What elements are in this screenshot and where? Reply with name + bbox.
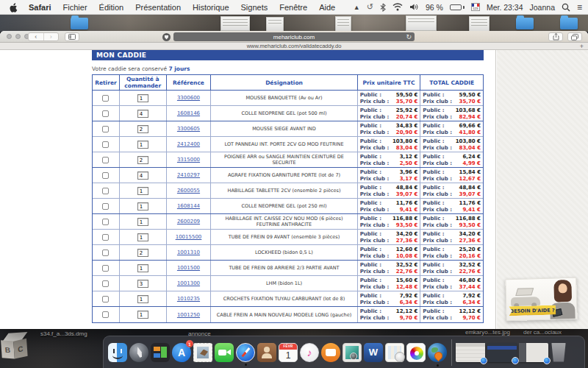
calendar-icon[interactable]: FÉVR1 [279,343,298,362]
back-button[interactable]: ‹ [29,33,43,40]
quantity-input[interactable]: 3 [137,280,148,288]
desktop-file-label[interactable]: s34.f_a...3ds.dmg [40,330,87,337]
reference-link[interactable]: 2410297 [177,172,200,178]
maps-icon[interactable] [385,343,404,362]
reference-link[interactable]: 2600209 [177,219,200,224]
menu-historique[interactable]: Historique [187,3,235,12]
remove-checkbox[interactable] [102,110,109,117]
quantity-input[interactable]: 1 [137,264,148,272]
folder-icon[interactable] [71,18,88,29]
reference-link[interactable]: 3315000 [177,157,200,163]
photos-icon[interactable] [406,343,426,362]
launchpad-icon[interactable] [129,343,148,362]
reference-link[interactable]: 1001250 [177,312,200,318]
menu-fichier[interactable]: Fichier [57,3,93,12]
quantity-input[interactable]: 1 [137,218,148,226]
remove-checkbox[interactable] [102,188,109,194]
forward-button[interactable]: › [43,33,59,40]
remove-checkbox[interactable] [102,219,109,225]
bluetooth-icon[interactable] [380,3,386,12]
address-bar[interactable]: mehariclub.com ↻ [173,32,415,41]
remove-checkbox[interactable] [102,172,109,179]
menubar-user[interactable]: Joanna [530,3,555,12]
remove-checkbox[interactable] [102,234,109,241]
sidebar-button[interactable] [65,32,79,41]
document-icon[interactable] [406,15,437,31]
menu-présentation[interactable]: Présentation [129,3,187,12]
menu-safari[interactable]: Safari [23,3,57,12]
menu-fenêtre[interactable]: Fenêtre [273,3,313,12]
document-icon[interactable] [469,16,490,32]
reference-link[interactable]: 1608146 [177,110,200,116]
mail-icon[interactable] [193,343,212,362]
notification-center-icon[interactable]: ≡ [577,2,582,13]
menu-aide[interactable]: Aide [313,3,341,12]
remove-checkbox[interactable] [102,311,109,318]
photo-booth-icon[interactable] [343,343,362,362]
reference-link[interactable]: 10015500 [176,234,202,240]
safari-icon[interactable] [236,343,255,362]
ibooks-icon[interactable] [321,343,340,362]
apple-menu-icon[interactable] [9,2,18,13]
window-thumb-1-icon[interactable] [456,343,485,362]
remove-checkbox[interactable] [102,265,109,272]
menu-signets[interactable]: Signets [235,3,274,12]
time-machine-icon[interactable]: ↺ [367,2,373,12]
remove-checkbox[interactable] [102,95,109,102]
app-store-icon[interactable]: A1 [172,343,191,362]
quantity-input[interactable]: 2 [137,156,148,164]
quantity-input[interactable]: 1 [137,295,148,303]
document-icon[interactable] [335,16,351,32]
quantity-input[interactable]: 1 [137,311,148,319]
reference-link[interactable]: 1001500 [177,265,200,271]
wifi-icon[interactable] [392,3,403,11]
new-tab-button[interactable]: + [580,43,584,50]
quantity-input[interactable]: 1 [137,141,148,149]
desktop-file-label[interactable]: emkaryo...tes.jpg [465,329,510,336]
quantity-input[interactable]: 1 [137,233,148,241]
reference-link[interactable]: 3300605 [177,126,200,132]
spotlight-search-icon[interactable] [562,3,570,12]
reference-link[interactable]: 1608144 [177,203,200,209]
help-ribbon[interactable]: BESOIN D'AIDE ? [509,305,556,316]
finder-icon[interactable] [108,343,127,362]
document-icon[interactable] [220,16,250,31]
menubar-clock[interactable]: Mer. 23:34 [487,3,523,12]
window-thumb-3-icon[interactable] [519,343,548,362]
volume-icon[interactable] [409,3,419,11]
reference-link[interactable]: 1001310 [177,250,200,255]
tab-overview-button[interactable] [567,32,582,41]
reference-link[interactable]: 2412400 [177,141,200,147]
remove-checkbox[interactable] [102,126,109,132]
reference-link[interactable]: 1010235 [177,296,200,302]
abc-block-icon[interactable]: B C [0,332,35,368]
facetime-icon[interactable] [215,343,234,362]
quantity-input[interactable]: 1 [137,187,148,195]
tiles-app-icon[interactable] [151,343,170,362]
quantity-input[interactable]: 1 [137,94,148,102]
remove-checkbox[interactable] [102,141,109,148]
reference-link[interactable]: 3300600 [177,95,200,101]
quantity-input[interactable]: 1 [137,202,148,210]
remove-checkbox[interactable] [102,250,109,256]
help-widget[interactable]: BESOIN D'AIDE ? [505,277,577,322]
word-icon[interactable]: W [364,343,383,362]
quantity-input[interactable]: 2 [137,249,148,257]
folder-icon[interactable] [516,18,534,29]
status-triangle-icon[interactable]: ▲ [354,4,360,11]
quantity-input[interactable]: 2 [137,125,148,133]
quantity-input[interactable]: 4 [137,110,148,118]
remove-checkbox[interactable] [102,157,109,163]
contacts-icon[interactable] [257,343,276,362]
remove-checkbox[interactable] [102,296,109,302]
minimize-window-button[interactable] [15,34,21,39]
quantity-input[interactable]: 4 [137,171,148,180]
trash-icon[interactable] [551,343,567,362]
close-window-button[interactable] [7,34,12,39]
adblock-extension-icon[interactable] [162,33,171,41]
active-tab[interactable]: www.mehariclub.com/validatecaddy.do [247,43,342,49]
itunes-icon[interactable]: ♪ [300,343,319,362]
document-icon[interactable] [266,17,284,32]
share-button[interactable] [548,32,563,41]
reload-icon[interactable]: ↻ [406,32,412,41]
